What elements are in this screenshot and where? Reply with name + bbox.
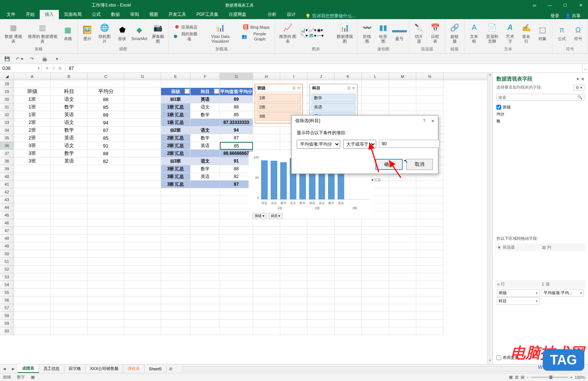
column-header[interactable]: K [335,73,362,80]
multi-select-icon[interactable]: ☰ [347,86,350,90]
table-cell[interactable]: 88 [88,150,124,157]
column-header[interactable]: M [389,73,416,80]
table-button[interactable]: ▦表格 [61,23,75,42]
cell[interactable] [51,320,88,327]
cell[interactable] [220,258,253,266]
cell[interactable] [88,289,124,296]
cell[interactable] [88,173,124,181]
pivot-total[interactable]: 87.33333333 [220,119,253,127]
cell[interactable] [51,312,88,320]
cell[interactable] [14,196,51,204]
row-header[interactable]: 59 [0,320,14,327]
columns-area[interactable]: ▥ 列 [541,243,585,280]
cell[interactable] [362,289,389,296]
cell[interactable] [124,266,161,273]
clear-filter-icon[interactable]: ⟲ [297,86,300,90]
chart-type-icon[interactable]: 📈▾ [309,28,316,33]
close-button[interactable]: ✕ [573,0,588,10]
cell[interactable] [14,312,51,320]
cell[interactable] [51,296,88,304]
cell[interactable] [161,327,190,335]
cell[interactable] [416,273,443,281]
table-cell[interactable]: 2班 [14,134,51,142]
cell[interactable] [190,312,220,320]
cell[interactable] [362,327,389,335]
pivot-cell[interactable]: 88 [220,103,253,111]
cell[interactable] [389,196,416,204]
cell[interactable] [389,258,416,266]
cell[interactable] [88,227,124,235]
pivot-cell[interactable]: 88 [220,165,253,173]
cell[interactable] [416,312,443,320]
pivot-group[interactable]: 94 [220,127,253,134]
table-cell[interactable]: 数学 [51,127,88,134]
cell[interactable] [280,320,307,327]
cell[interactable] [362,88,389,96]
tab-nav-next-icon[interactable]: ► [9,366,18,371]
cell[interactable] [220,219,253,227]
cell[interactable] [88,181,124,188]
column-header[interactable]: F [190,73,220,80]
table-cell[interactable]: 语文 [51,142,88,150]
cell[interactable] [335,266,362,273]
cell[interactable] [389,211,416,219]
row-header[interactable]: 35 [0,134,14,142]
table-header[interactable]: 科目 [51,88,88,96]
cell[interactable] [362,266,389,273]
pivot-total[interactable]: 3班 汇总 [161,181,190,188]
cell[interactable] [253,134,280,142]
table-cell[interactable]: 85 [88,103,124,111]
slicer-item[interactable]: 英语 [311,103,356,111]
pivot-table-button[interactable]: ▦数据 透视表 [2,21,24,44]
cell[interactable] [124,258,161,266]
cell[interactable] [161,289,190,296]
cell[interactable] [124,281,161,289]
gear-icon[interactable]: ⚙ ▾ [574,85,584,91]
object-button[interactable]: ⬚对象 [535,23,550,42]
row-header[interactable]: 57 [0,304,14,312]
cell[interactable] [124,250,161,258]
cell[interactable] [220,320,253,327]
cell[interactable] [124,181,161,188]
column-header[interactable]: I [280,73,307,80]
dialog-help-icon[interactable]: ? [423,118,425,124]
shapes-button[interactable]: ⬟形状 [115,23,129,42]
pivot-group[interactable]: 英语 [190,96,220,103]
row-header[interactable]: 48 [0,235,14,242]
slicer-item[interactable]: 1班 [257,94,301,102]
table-cell[interactable]: 87 [88,127,124,134]
cell[interactable] [161,296,190,304]
cell[interactable] [307,320,335,327]
cell[interactable] [362,227,389,235]
cell[interactable] [389,103,416,111]
cell[interactable] [253,142,280,150]
cell[interactable] [253,296,280,304]
pivot-total[interactable] [190,119,220,127]
cell[interactable] [253,304,280,312]
header-footer-button[interactable]: 📄页眉和页脚 [483,21,501,44]
cell[interactable] [51,173,88,181]
cell[interactable] [307,258,335,266]
cell[interactable] [307,219,335,227]
table-cell[interactable]: 英语 [51,157,88,165]
cell[interactable] [14,173,51,181]
cell[interactable] [51,188,88,196]
slicer-item[interactable]: 2班 [257,103,301,111]
cell[interactable] [280,258,307,266]
pivot-cell[interactable]: 数学 [190,134,220,142]
cell[interactable] [307,304,335,312]
table-cell[interactable]: 94 [88,119,124,127]
cell[interactable] [88,296,124,304]
cell[interactable] [161,80,190,88]
slicer-button[interactable]: 🔪切片器 [411,21,426,44]
column-header[interactable]: A [14,73,51,80]
cell[interactable] [51,235,88,242]
app-store-button[interactable]: ⬢应用商店 [171,24,200,30]
cell[interactable] [124,219,161,227]
cell[interactable] [280,266,307,273]
cell[interactable] [253,258,280,266]
cell[interactable] [307,289,335,296]
cell[interactable] [362,80,389,88]
cell[interactable] [190,296,220,304]
cell[interactable] [416,266,443,273]
